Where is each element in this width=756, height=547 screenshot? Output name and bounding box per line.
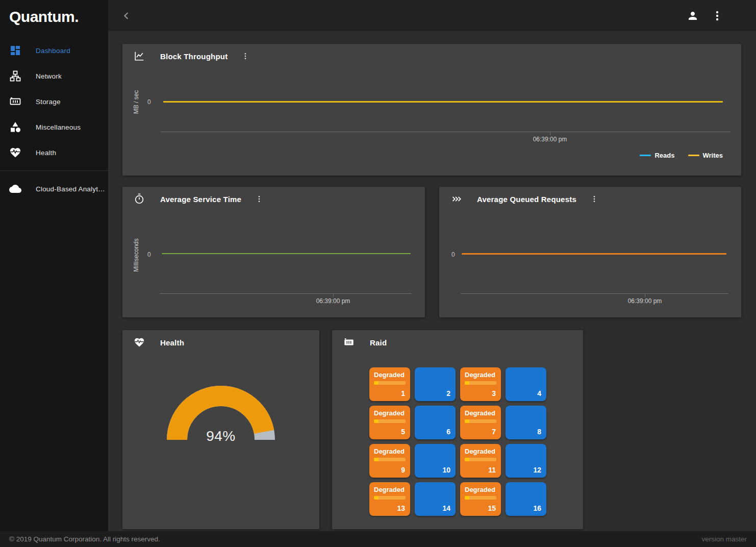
line-chart-icon [134, 51, 145, 62]
raid-tile-progress-fill [374, 458, 379, 461]
y-axis-tick: 0 [147, 251, 151, 258]
x-axis-line [160, 293, 412, 294]
back-button[interactable] [116, 6, 137, 26]
card-title: Health [160, 338, 184, 347]
sidebar-item-label: Network [36, 72, 62, 80]
raid-tile-progressbar [465, 458, 496, 461]
raid-tile-progress-fill [374, 381, 379, 385]
sidebar-item-label: Health [36, 149, 56, 157]
chart-legend: Reads Writes [640, 152, 723, 159]
queued-requests-series-line [462, 253, 726, 255]
card-menu-button[interactable] [590, 193, 599, 205]
sidebar-item-cloud-analytics[interactable]: Cloud-Based Analyt… [0, 176, 108, 202]
health-card: Health 94% [122, 330, 319, 529]
x-axis-line [161, 132, 730, 132]
raid-tile-number: 9 [401, 466, 405, 474]
raid-tile-number: 7 [492, 428, 496, 436]
x-axis-line [461, 293, 728, 294]
raid-tile-number: 3 [492, 389, 496, 397]
x-axis-tick-label: 06:39:00 pm [628, 297, 662, 305]
y-axis-tick: 0 [451, 251, 455, 258]
card-title: Raid [370, 338, 387, 347]
card-header: Raid [332, 330, 583, 347]
raid-tile-7[interactable]: Degraded 7 [460, 406, 501, 439]
sidebar-item-label: Miscellaneous [36, 123, 81, 131]
user-menu-button[interactable] [683, 6, 703, 26]
x-axis-tick-label: 06:39:00 pm [533, 136, 567, 143]
card-title: Block Throughput [160, 52, 228, 61]
writes-swatch-icon [688, 155, 699, 156]
sidebar-item-dashboard[interactable]: Dashboard [0, 38, 108, 63]
block-throughput-card: Block Throughput MB / sec 0 06:39:00 pm … [122, 44, 741, 176]
raid-tile-14[interactable]: 14 [415, 482, 456, 516]
raid-tile-status: Degraded [465, 486, 496, 493]
raid-tile-5[interactable]: Degraded 5 [369, 406, 410, 439]
writes-series-line [163, 101, 723, 103]
sidebar-item-health[interactable]: Health [0, 140, 108, 165]
storage-icon [9, 95, 21, 108]
raid-tile-progressbar [465, 496, 496, 500]
raid-tile-10[interactable]: 10 [415, 444, 456, 478]
copyright-text: © 2019 Quantum Corporation. All rights r… [9, 535, 160, 543]
raid-tile-status: Degraded [374, 371, 406, 379]
raid-tile-4[interactable]: 4 [506, 367, 546, 401]
raid-tile-progress-fill [465, 381, 469, 385]
raid-tile-status: Degraded [465, 447, 496, 455]
card-header: Average Service Time [122, 187, 425, 204]
average-queued-requests-card: Average Queued Requests 0 06:39:00 pm [439, 187, 741, 317]
sidebar-item-miscellaneous[interactable]: Miscellaneous [0, 114, 108, 140]
heart-pulse-icon [134, 337, 145, 348]
health-percentage: 94% [122, 428, 319, 444]
double-chevron-icon [450, 193, 462, 205]
x-axis-tickmark [333, 293, 334, 297]
sidebar-item-storage[interactable]: Storage [0, 89, 108, 114]
legend-label: Reads [654, 152, 674, 159]
raid-tile-number: 14 [442, 504, 450, 512]
footer: © 2019 Quantum Corporation. All rights r… [0, 531, 756, 547]
raid-tile-9[interactable]: Degraded 9 [369, 444, 410, 478]
raid-tile-11[interactable]: Degraded 11 [460, 444, 501, 478]
y-axis-label: MB / sec [133, 84, 140, 120]
average-service-time-card: Average Service Time Milliseconds 0 06:3… [122, 187, 425, 317]
shapes-icon [9, 121, 21, 133]
raid-tile-15[interactable]: Degraded 15 [460, 482, 501, 516]
raid-tile-status: Degraded [374, 409, 406, 417]
raid-tile-progressbar [465, 419, 496, 423]
sidebar: Quantum. Dashboard Network [0, 0, 108, 531]
raid-tile-13[interactable]: Degraded 13 [369, 482, 410, 516]
card-title: Average Queued Requests [477, 195, 576, 204]
raid-tile-progress-fill [465, 419, 469, 423]
raid-tile-number: 16 [533, 504, 541, 512]
quantum-logo: Quantum. [0, 0, 108, 26]
x-axis-tickmark [645, 293, 645, 297]
raid-tile-number: 11 [488, 466, 496, 474]
reads-swatch-icon [640, 155, 651, 156]
sidebar-item-label: Storage [36, 98, 61, 106]
raid-tile-8[interactable]: 8 [506, 406, 546, 439]
card-menu-button[interactable] [255, 193, 264, 205]
topbar [108, 0, 756, 31]
raid-tile-3[interactable]: Degraded 3 [460, 367, 501, 401]
raid-tile-6[interactable]: 6 [415, 406, 456, 439]
overflow-menu-button[interactable] [707, 6, 727, 26]
sidebar-nav: Dashboard Network Storage [0, 38, 108, 202]
x-axis-tick-label: 06:39:00 pm [316, 297, 350, 305]
raid-card: Raid Degraded 1 2 Degraded 3 4 Degraded … [332, 330, 583, 529]
raid-tile-1[interactable]: Degraded 1 [369, 367, 410, 401]
sidebar-item-network[interactable]: Network [0, 63, 108, 89]
sidebar-item-label: Cloud-Based Analyt… [36, 185, 105, 193]
raid-tile-12[interactable]: 12 [506, 444, 546, 478]
card-menu-button[interactable] [241, 51, 250, 62]
card-header: Health [122, 330, 319, 347]
raid-tile-2[interactable]: 2 [415, 367, 456, 401]
raid-grid: Degraded 1 2 Degraded 3 4 Degraded 5 6 D… [369, 367, 546, 516]
raid-tile-number: 13 [397, 504, 405, 512]
raid-tile-progress-fill [374, 496, 379, 500]
raid-tile-number: 4 [537, 389, 541, 397]
legend-item-reads[interactable]: Reads [640, 152, 674, 159]
raid-array-icon [343, 337, 355, 348]
card-header: Average Queued Requests [439, 187, 741, 204]
card-title: Average Service Time [160, 195, 241, 204]
legend-item-writes[interactable]: Writes [688, 152, 723, 159]
raid-tile-16[interactable]: 16 [506, 482, 546, 516]
